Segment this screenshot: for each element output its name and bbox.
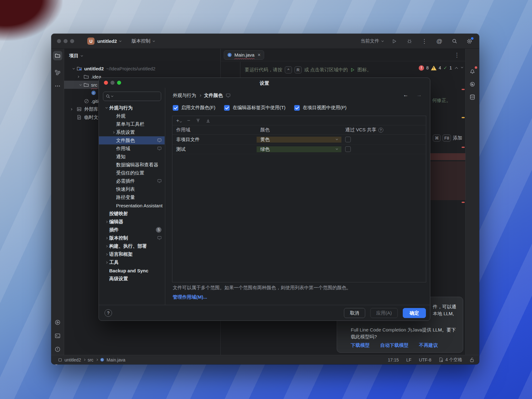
vcs-share-checkbox[interactable] <box>345 146 351 152</box>
project-panel-header[interactable]: 项目 <box>69 51 83 60</box>
tree-item-untitled2-root[interactable]: untitled2~/IdeaProjects/untitled2 <box>64 64 220 73</box>
close-window-button[interactable] <box>57 39 61 43</box>
nav-item-backup-sync[interactable]: Backup and Sync <box>99 266 165 275</box>
nav-item-appearance[interactable]: 外观 <box>99 112 165 120</box>
tab-main-java[interactable]: C Main.java × <box>224 50 264 60</box>
prev-problem-icon[interactable] <box>455 67 458 70</box>
nav-item-keymap[interactable]: 按键映射 <box>99 210 165 218</box>
ok-button[interactable]: 确定 <box>403 308 426 318</box>
inspections-widget[interactable]: ! 8 ! 4 ✓ 1 <box>419 65 463 71</box>
nav-item-tools[interactable]: 工具 <box>99 258 165 266</box>
chevron-right-icon <box>105 220 108 223</box>
help-icon[interactable]: ? <box>378 128 383 133</box>
terminal-tool-window-button[interactable] <box>53 331 62 341</box>
status-crumb-project[interactable]: untitled2 <box>64 357 81 362</box>
dont-suggest-link[interactable]: 不再建议 <box>419 342 438 348</box>
nav-item-plugins[interactable]: 插件 5 <box>99 226 165 234</box>
line-separator-widget[interactable]: LF <box>406 357 411 362</box>
indent-widget[interactable]: 4 个空格 <box>439 357 462 363</box>
ai-assistant-icon[interactable]: @ <box>435 37 443 45</box>
use-in-editor-tabs-checkbox[interactable]: 在编辑器标签页中使用(T) <box>224 105 285 111</box>
more-tool-windows-button[interactable] <box>53 81 62 91</box>
back-arrow-icon[interactable]: ← <box>403 92 408 98</box>
cursor-position-widget[interactable]: 17:15 <box>388 357 399 362</box>
chevron-right-icon <box>199 94 201 97</box>
add-scope-button[interactable]: + <box>176 118 182 124</box>
close-tab-icon[interactable]: × <box>258 52 260 58</box>
table-row-tests[interactable]: 测试 绿色 <box>172 144 426 154</box>
problems-tool-window-button[interactable] <box>53 345 62 354</box>
project-name-menu[interactable]: untitled2 <box>97 38 117 44</box>
nav-item-presentation-assistant[interactable]: Presentation Assistant <box>99 201 165 210</box>
chevron-down-icon <box>105 106 108 109</box>
status-crumb-src[interactable]: src <box>88 357 94 362</box>
scrollbar-error-mark[interactable] <box>462 89 465 90</box>
manage-scopes-link[interactable]: 管理作用域(M)... <box>173 294 207 300</box>
cancel-button[interactable]: 取消 <box>344 308 365 318</box>
notification-badge <box>475 66 477 69</box>
nav-item-trusted-locations[interactable]: 受信任的位置 <box>99 169 165 177</box>
scrollbar-error-mark[interactable] <box>462 147 465 148</box>
tab-options-menu[interactable]: ⋮ <box>454 52 460 58</box>
breadcrumb-appearance-behavior[interactable]: 外观与行为 <box>173 93 196 98</box>
nav-item-scopes[interactable]: 作用域 <box>99 144 165 153</box>
run-tool-window-button[interactable] <box>53 318 62 327</box>
unlocked-icon[interactable] <box>470 357 474 362</box>
move-down-button[interactable] <box>206 119 210 123</box>
download-model-link[interactable]: 下载模型 <box>351 342 370 348</box>
maximize-window-button[interactable] <box>70 39 74 43</box>
status-crumb-file[interactable]: Main.java <box>107 357 125 362</box>
move-up-button[interactable] <box>196 119 200 123</box>
nav-item-version-control[interactable]: 版本控制 <box>99 234 165 242</box>
search-everywhere-button[interactable] <box>450 37 458 45</box>
nav-item-system-settings[interactable]: 系统设置 <box>99 128 165 136</box>
chevron-right-icon <box>105 237 108 239</box>
scrollbar-warning-mark[interactable] <box>462 117 465 118</box>
encoding-widget[interactable]: UTF-8 <box>419 357 432 362</box>
nav-item-languages-frameworks[interactable]: 语言和框架 <box>99 250 165 258</box>
settings-search-input[interactable] <box>114 94 152 99</box>
settings-search-field[interactable] <box>103 92 161 101</box>
database-tool-window-button[interactable] <box>468 92 477 102</box>
commit-tool-window-button[interactable] <box>53 68 62 77</box>
nav-item-editor[interactable]: 编辑器 <box>99 218 165 226</box>
run-gutter-icon <box>350 68 355 72</box>
run-configuration-selector[interactable]: 当前文件 <box>361 38 383 44</box>
nav-item-build-execution-deployment[interactable]: 构建、执行、部署 <box>99 242 165 250</box>
settings-gear-icon[interactable] <box>465 37 473 45</box>
nav-item-menus-toolbars[interactable]: 菜单与工具栏 <box>99 120 165 128</box>
scrollbar-error-mark[interactable] <box>462 202 465 203</box>
remove-scope-button[interactable]: − <box>187 118 190 124</box>
nav-item-data-editors-viewers[interactable]: 数据编辑器和查看器 <box>99 161 165 169</box>
auto-download-model-link[interactable]: 自动下载模型 <box>380 342 408 348</box>
color-select-green[interactable]: 绿色 <box>257 146 342 152</box>
chevron-down-icon <box>79 83 82 85</box>
shared-settings-icon <box>157 236 161 240</box>
debug-button[interactable] <box>405 37 413 45</box>
error-icon: ! <box>419 65 424 71</box>
run-button[interactable] <box>390 37 398 45</box>
ai-chat-tool-window-button[interactable] <box>468 79 477 89</box>
checkbox-checked-icon <box>173 105 178 111</box>
notifications-bell-icon[interactable] <box>468 66 477 76</box>
next-problem-icon[interactable] <box>461 66 463 68</box>
vcs-menu[interactable]: 版本控制 <box>132 38 151 44</box>
help-button[interactable]: ? <box>105 309 112 317</box>
vcs-share-checkbox[interactable] <box>345 137 351 142</box>
minimize-window-button[interactable] <box>64 39 68 43</box>
nav-item-quick-lists[interactable]: 快速列表 <box>99 185 165 193</box>
enable-file-colors-checkbox[interactable]: 启用文件颜色(F) <box>173 105 215 111</box>
search-options-icon[interactable] <box>111 95 113 97</box>
nav-item-file-colors[interactable]: 文件颜色 <box>99 136 165 144</box>
color-select-yellow[interactable]: 黄色 <box>257 137 342 143</box>
nav-item-notifications[interactable]: 通知 <box>99 153 165 161</box>
nav-item-path-variables[interactable]: 路径变量 <box>99 193 165 201</box>
project-tool-window-button[interactable] <box>53 51 62 60</box>
more-actions-menu[interactable]: ⋮ <box>420 37 428 45</box>
nav-item-appearance-behavior[interactable]: 外观与行为 <box>99 104 165 112</box>
table-row-non-project-files[interactable]: 非项目文件 黄色 <box>172 135 426 144</box>
nav-item-required-plugins[interactable]: 必需插件 <box>99 177 165 185</box>
use-in-project-view-checkbox[interactable]: 在项目视图中使用(P) <box>294 105 346 111</box>
nav-item-advanced-settings[interactable]: 高级设置 <box>99 275 165 283</box>
indent-doc-icon <box>439 357 443 362</box>
